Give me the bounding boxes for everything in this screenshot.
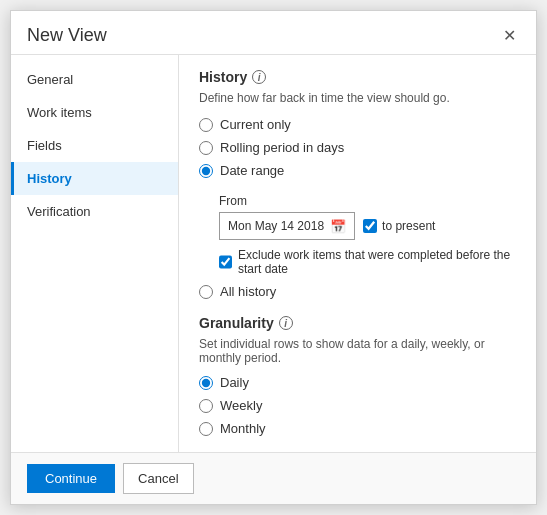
- granularity-desc: Set individual rows to show data for a d…: [199, 337, 516, 365]
- section-desc: Define how far back in time the view sho…: [199, 91, 516, 105]
- calendar-icon: 📅: [330, 219, 346, 234]
- granularity-info-icon[interactable]: i: [279, 316, 293, 330]
- sidebar-item-fields[interactable]: Fields: [11, 129, 178, 162]
- granularity-title: Granularity i: [199, 315, 516, 331]
- radio-date-range-input[interactable]: [199, 164, 213, 178]
- date-range-block: From Mon May 14 2018 📅 to present: [219, 194, 516, 276]
- radio-monthly-input[interactable]: [199, 422, 213, 436]
- continue-button[interactable]: Continue: [27, 464, 115, 493]
- radio-weekly[interactable]: Weekly: [199, 398, 516, 413]
- to-present-checkbox[interactable]: [363, 219, 377, 233]
- main-content: History i Define how far back in time th…: [179, 55, 536, 452]
- exclude-row[interactable]: Exclude work items that were completed b…: [219, 248, 516, 276]
- radio-date-range[interactable]: Date range: [199, 163, 516, 178]
- history-info-icon[interactable]: i: [252, 70, 266, 84]
- sidebar-item-verification[interactable]: Verification: [11, 195, 178, 228]
- radio-weekly-label: Weekly: [220, 398, 262, 413]
- radio-current-only-label: Current only: [220, 117, 291, 132]
- radio-monthly-label: Monthly: [220, 421, 266, 436]
- date-input-field[interactable]: Mon May 14 2018 📅: [219, 212, 355, 240]
- sidebar-item-general[interactable]: General: [11, 63, 178, 96]
- radio-weekly-input[interactable]: [199, 399, 213, 413]
- new-view-dialog: New View ✕ GeneralWork itemsFieldsHistor…: [10, 10, 537, 505]
- sidebar-item-work-items[interactable]: Work items: [11, 96, 178, 129]
- radio-monthly[interactable]: Monthly: [199, 421, 516, 436]
- radio-daily[interactable]: Daily: [199, 375, 516, 390]
- radio-daily-input[interactable]: [199, 376, 213, 390]
- close-button[interactable]: ✕: [499, 26, 520, 46]
- radio-rolling-input[interactable]: [199, 141, 213, 155]
- radio-date-range-label: Date range: [220, 163, 284, 178]
- radio-rolling-label: Rolling period in days: [220, 140, 344, 155]
- sidebar-item-history[interactable]: History: [11, 162, 178, 195]
- radio-current-only[interactable]: Current only: [199, 117, 516, 132]
- radio-all-history-input[interactable]: [199, 285, 213, 299]
- from-label: From: [219, 194, 516, 208]
- to-present-label[interactable]: to present: [363, 219, 435, 233]
- cancel-button[interactable]: Cancel: [123, 463, 193, 494]
- history-radio-group: Current only Rolling period in days Date…: [199, 117, 516, 299]
- radio-daily-label: Daily: [220, 375, 249, 390]
- exclude-checkbox[interactable]: [219, 255, 232, 269]
- dialog-body: GeneralWork itemsFieldsHistoryVerificati…: [11, 55, 536, 452]
- granularity-section: Granularity i Set individual rows to sho…: [199, 315, 516, 436]
- radio-rolling[interactable]: Rolling period in days: [199, 140, 516, 155]
- granularity-radio-group: Daily Weekly Monthly: [199, 375, 516, 436]
- radio-all-history[interactable]: All history: [199, 284, 516, 299]
- radio-current-only-input[interactable]: [199, 118, 213, 132]
- date-row: Mon May 14 2018 📅 to present: [219, 212, 516, 240]
- dialog-header: New View ✕: [11, 11, 536, 55]
- radio-all-history-label: All history: [220, 284, 276, 299]
- dialog-title: New View: [27, 25, 107, 46]
- sidebar: GeneralWork itemsFieldsHistoryVerificati…: [11, 55, 179, 452]
- section-title: History i: [199, 69, 516, 85]
- dialog-footer: Continue Cancel: [11, 452, 536, 504]
- date-value: Mon May 14 2018: [228, 219, 324, 233]
